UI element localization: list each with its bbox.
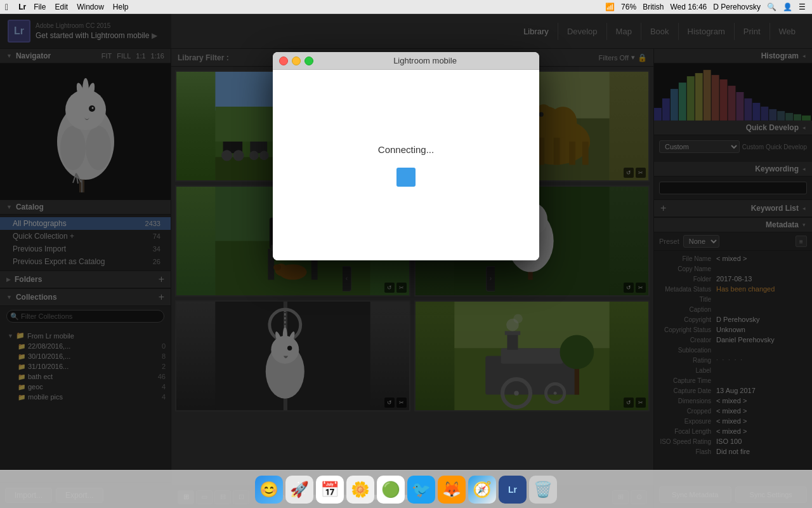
notifications-icon[interactable]: ☰ bbox=[799, 3, 806, 11]
dock-trash[interactable]: 🗑️ bbox=[529, 476, 557, 504]
dock-twitter[interactable]: 🐦 bbox=[407, 476, 435, 504]
menu-window[interactable]: Window bbox=[77, 3, 104, 11]
dock-firefox[interactable]: 🦊 bbox=[438, 476, 466, 504]
modal-minimize-button[interactable] bbox=[292, 57, 301, 65]
modal-window: Lightroom mobile Connecting... bbox=[273, 52, 539, 260]
menu-edit[interactable]: Edit bbox=[55, 3, 68, 11]
dock-lightroom[interactable]: Lr bbox=[499, 476, 527, 504]
dock-chrome[interactable]: 🟢 bbox=[377, 476, 405, 504]
connecting-text: Connecting... bbox=[378, 144, 434, 155]
modal-overlay: Lightroom mobile Connecting... bbox=[0, 14, 812, 508]
modal-close-button[interactable] bbox=[279, 57, 288, 65]
progress-indicator bbox=[396, 168, 416, 187]
dock-photos[interactable]: 🌼 bbox=[346, 476, 374, 504]
dock-safari[interactable]: 🧭 bbox=[468, 476, 496, 504]
clock: Wed 16:46 bbox=[670, 3, 707, 11]
menu-file[interactable]: File bbox=[34, 3, 46, 11]
wifi-icon: 📶 bbox=[605, 3, 615, 11]
modal-maximize-button[interactable] bbox=[304, 57, 313, 65]
dock: 😊 🚀 📅 🌼 🟢 🐦 🦊 🧭 Lr 🗑️ bbox=[0, 470, 812, 508]
user-name: D Perehovsky bbox=[713, 3, 761, 11]
modal-title: Lightroom mobile bbox=[317, 56, 533, 65]
dock-calendar[interactable]: 📅 bbox=[316, 476, 344, 504]
modal-titlebar: Lightroom mobile bbox=[273, 52, 539, 70]
app-menu-lightroom[interactable]: Lr bbox=[18, 3, 26, 11]
apple-menu[interactable]:  bbox=[5, 2, 8, 12]
mac-menubar:  Lr File Edit Window Help 📶 76% British… bbox=[0, 0, 812, 14]
language-indicator: British bbox=[643, 3, 664, 11]
menu-help[interactable]: Help bbox=[113, 3, 129, 11]
dock-launchpad[interactable]: 🚀 bbox=[285, 476, 313, 504]
search-icon[interactable]: 🔍 bbox=[767, 3, 776, 11]
user-avatar[interactable]: 👤 bbox=[783, 3, 792, 11]
dock-finder[interactable]: 😊 bbox=[255, 476, 283, 504]
modal-body: Connecting... bbox=[273, 70, 539, 260]
battery-level: 76% bbox=[621, 3, 636, 11]
